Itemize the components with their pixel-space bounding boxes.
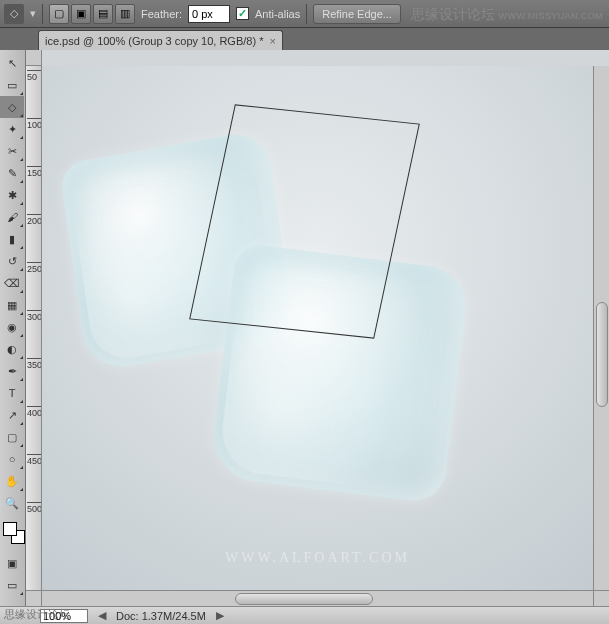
tab-title: ice.psd @ 100% (Group 3 copy 10, RGB/8) … <box>45 35 263 47</box>
divider <box>42 4 43 24</box>
document-tab[interactable]: ice.psd @ 100% (Group 3 copy 10, RGB/8) … <box>38 30 283 50</box>
divider <box>306 4 307 24</box>
refine-edge-button[interactable]: Refine Edge... <box>313 4 401 24</box>
vertical-scrollbar[interactable] <box>593 66 609 590</box>
hand-tool[interactable]: ✋ <box>0 470 24 492</box>
ruler-tick: 350 <box>27 358 41 370</box>
eraser-tool[interactable]: ⌫ <box>0 272 24 294</box>
bottom-watermark: 思缘设计论坛 <box>4 607 70 622</box>
scrollbar-thumb[interactable] <box>596 302 608 407</box>
ruler-tick: 100 <box>27 118 41 130</box>
eyedropper-tool[interactable]: ✎ <box>0 162 24 184</box>
foreground-color[interactable] <box>3 522 17 536</box>
type-tool[interactable]: T <box>0 382 24 404</box>
scroll-corner <box>593 591 609 606</box>
screenmode-button[interactable]: ▭ <box>0 574 24 596</box>
quickmask-button[interactable]: ▣ <box>0 552 24 574</box>
gradient-tool[interactable]: ▦ <box>0 294 24 316</box>
chevron-right-icon[interactable]: ▶ <box>216 609 224 622</box>
doc-size-label: Doc: 1.37M/24.5M <box>116 610 206 622</box>
ruler-tick: 500 <box>27 502 41 514</box>
ruler-tick: 300 <box>27 310 41 322</box>
document-tab-bar: ice.psd @ 100% (Group 3 copy 10, RGB/8) … <box>0 28 609 50</box>
selection-mode-group: ▢ ▣ ▤ ▥ <box>49 4 135 24</box>
selection-new-icon[interactable]: ▢ <box>49 4 69 24</box>
move-tool[interactable]: ↖ <box>0 52 24 74</box>
marquee-tool[interactable]: ▭ <box>0 74 24 96</box>
lasso-tool[interactable]: ◇ <box>0 96 24 118</box>
shape-tool[interactable]: ▢ <box>0 426 24 448</box>
site-watermark: 思缘设计论坛 WWW.MISSYUAN.COM <box>411 6 603 24</box>
ruler-tick: 400 <box>27 406 41 418</box>
dropdown-arrow-icon[interactable]: ▾ <box>30 7 36 20</box>
antialias-checkbox[interactable]: ✓ <box>236 7 249 20</box>
pen-tool[interactable]: ✒ <box>0 360 24 382</box>
close-icon[interactable]: × <box>269 35 275 47</box>
antialias-label: Anti-alias <box>255 8 300 20</box>
lasso-tool-indicator-icon: ◇ <box>4 4 24 24</box>
feather-label: Feather: <box>141 8 182 20</box>
history-brush-tool[interactable]: ↺ <box>0 250 24 272</box>
brush-tool[interactable]: 🖌 <box>0 206 24 228</box>
dodge-tool[interactable]: ◐ <box>0 338 24 360</box>
3d-tool[interactable]: ○ <box>0 448 24 470</box>
scrollbar-thumb[interactable] <box>235 593 373 605</box>
wand-tool[interactable]: ✦ <box>0 118 24 140</box>
chevron-left-icon[interactable]: ◀ <box>98 609 106 622</box>
ruler-tick: 450 <box>27 454 41 466</box>
scroll-corner <box>26 591 42 606</box>
crop-tool[interactable]: ✂ <box>0 140 24 162</box>
color-swatches[interactable] <box>0 520 25 552</box>
vertical-ruler[interactable]: 50100150200250300350400450500 <box>26 66 42 590</box>
blur-tool[interactable]: ◉ <box>0 316 24 338</box>
path-select-tool[interactable]: ↗ <box>0 404 24 426</box>
healing-tool[interactable]: ✱ <box>0 184 24 206</box>
canvas[interactable]: WWW.ALFOART.COM <box>42 66 593 590</box>
ruler-tick: 150 <box>27 166 41 178</box>
selection-subtract-icon[interactable]: ▤ <box>93 4 113 24</box>
ruler-tick: 250 <box>27 262 41 274</box>
feather-input[interactable] <box>188 5 230 23</box>
stamp-tool[interactable]: ▮ <box>0 228 24 250</box>
ruler-tick: 200 <box>27 214 41 226</box>
canvas-watermark: WWW.ALFOART.COM <box>225 550 410 566</box>
status-bar: ◀ Doc: 1.37M/24.5M ▶ <box>0 606 609 624</box>
selection-intersect-icon[interactable]: ▥ <box>115 4 135 24</box>
selection-add-icon[interactable]: ▣ <box>71 4 91 24</box>
zoom-tool[interactable]: 🔍 <box>0 492 24 514</box>
horizontal-scrollbar[interactable] <box>42 591 593 606</box>
ice-cube-artwork <box>208 242 470 504</box>
toolbox: ↖▭◇✦✂✎✱🖌▮↺⌫▦◉◐✒T↗▢○✋🔍 ▣ ▭ <box>0 50 26 606</box>
ruler-tick: 50 <box>27 70 41 82</box>
ruler-origin[interactable] <box>26 50 42 66</box>
